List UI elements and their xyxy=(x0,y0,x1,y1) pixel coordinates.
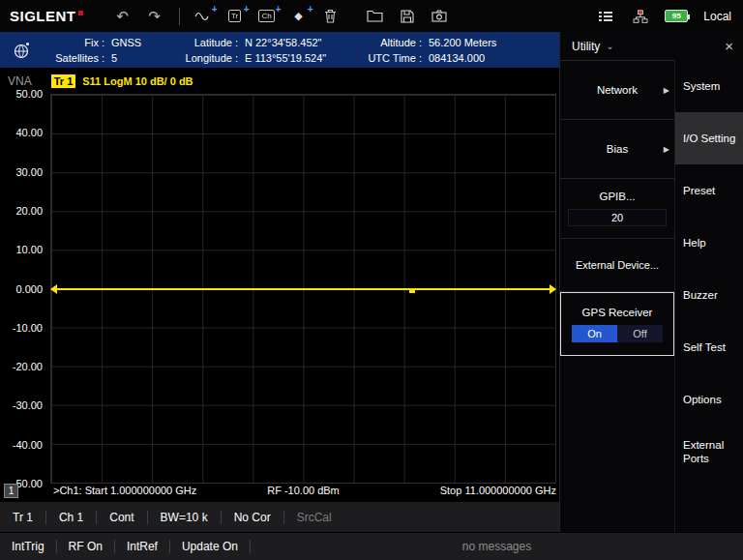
gps-latitude: Latitude : N 22°34'58.452" xyxy=(168,37,360,48)
y-axis-tick: 30.00 xyxy=(15,166,43,178)
sidebar-menu: System I/O Setting Preset Help Buzzer Se… xyxy=(674,60,743,532)
status-channel[interactable]: Ch 1 xyxy=(46,511,97,524)
toolbar-right-group: 95 Local xyxy=(580,6,743,27)
battery-indicator: 95 xyxy=(665,10,688,22)
sidebar-item-help[interactable]: Help xyxy=(675,217,743,269)
gps-fix: Fix : GNSS xyxy=(45,37,168,48)
new-trace-icon[interactable]: Tr + xyxy=(226,6,244,27)
sidebar-item-external-ports[interactable]: External Ports xyxy=(675,426,743,478)
menu-item-gpib[interactable]: GPIB... 20 xyxy=(560,179,674,239)
vna-screen: SIGLENT ↶ ↷ + Tr + Ch + ◆ + xyxy=(0,0,743,560)
menu-item-label: GPIB... xyxy=(599,191,635,202)
status-bandwidth[interactable]: BW=10 k xyxy=(148,511,222,524)
open-file-folder-icon[interactable] xyxy=(367,6,384,27)
gps-off-button[interactable]: Off xyxy=(617,325,663,342)
status-srccal[interactable]: SrcCal xyxy=(284,511,344,524)
sidebar-item-label: External Ports xyxy=(683,438,743,465)
sidebar-item-buzzer[interactable]: Buzzer xyxy=(675,269,743,321)
message-area: no messages xyxy=(251,540,743,553)
menu-item-label: Bias xyxy=(607,143,628,155)
menu-item-external-device[interactable]: External Device... xyxy=(560,239,674,292)
submenu-arrow-icon: ▶ xyxy=(664,86,669,95)
gps-utc-time: UTC Time : 084134.000 xyxy=(360,52,496,64)
gpib-address-field[interactable]: 20 xyxy=(568,209,667,226)
save-floppy-icon[interactable] xyxy=(399,6,416,27)
vna-mode-label: VNA xyxy=(8,74,32,88)
menu-list-icon[interactable] xyxy=(597,6,614,27)
submenu-arrow-icon: ▶ xyxy=(664,145,669,154)
battery-nub xyxy=(688,15,690,19)
sidebar-item-label: Help xyxy=(683,236,706,250)
gps-latitude-value: N 22°34'58.452" xyxy=(245,37,322,48)
menu-item-label: Network xyxy=(597,84,638,96)
sidebar-item-label: Preset xyxy=(683,184,715,197)
gps-fix-value: GNSS xyxy=(111,37,141,48)
local-mode-label[interactable]: Local xyxy=(703,10,731,23)
undo-icon[interactable]: ↶ xyxy=(114,6,132,27)
menu-item-gps-receiver[interactable]: GPS Receiver On Off xyxy=(560,292,674,356)
sidebar-item-options[interactable]: Options xyxy=(675,373,743,426)
channel-indicator[interactable]: 1 xyxy=(4,484,18,498)
gps-altitude: Altitude : 56.200 Meters xyxy=(360,37,496,48)
close-icon[interactable]: × xyxy=(725,38,733,54)
menu-item-label: GPS Receiver xyxy=(582,307,653,318)
plot-area xyxy=(50,94,556,484)
gps-globe-icon xyxy=(8,40,35,61)
status-update[interactable]: Update On xyxy=(170,540,251,553)
gps-info-bar: Fix : GNSS Latitude : N 22°34'58.452" Al… xyxy=(0,32,559,68)
y-axis-tick: 40.00 xyxy=(15,127,43,138)
toolbar-divider xyxy=(179,8,180,25)
right-panel: Utility ⌄ × Network ▶ Bias ▶ GPIB... 20 … xyxy=(559,32,743,532)
sidebar-item-system[interactable]: System xyxy=(675,60,743,112)
redo-icon[interactable]: ↷ xyxy=(146,6,163,27)
menu-item-bias[interactable]: Bias ▶ xyxy=(560,120,674,179)
status-trigger[interactable]: IntTrig xyxy=(0,540,57,553)
plus-glyph: + xyxy=(244,5,250,15)
gps-longitude: Longitude : E 113°55'19.524" xyxy=(168,52,360,64)
trace-marker-tick xyxy=(409,290,415,293)
sidebar-item-label: I/O Setting xyxy=(683,132,735,145)
start-frequency-label[interactable]: >Ch1: Start 1.000000000 GHz xyxy=(53,485,196,496)
sidebar-item-self-test[interactable]: Self Test xyxy=(675,321,743,373)
chevron-down-icon[interactable]: ⌄ xyxy=(606,41,613,51)
status-rf[interactable]: RF On xyxy=(57,540,115,553)
status-sweep-mode[interactable]: Cont xyxy=(97,511,147,524)
menu-item-label: External Device... xyxy=(576,259,659,271)
stop-frequency-label[interactable]: Stop 11.000000000 GHz xyxy=(440,485,556,496)
lan-network-icon[interactable] xyxy=(632,6,649,27)
add-trace-waveform-icon[interactable]: + xyxy=(194,6,212,27)
siglent-logo: SIGLENT xyxy=(10,8,83,24)
utility-menu: Network ▶ Bias ▶ GPIB... 20 External Dev… xyxy=(560,60,674,532)
plus-glyph: + xyxy=(212,5,218,15)
trace-format-label[interactable]: S11 LogM 10 dB/ 0 dB xyxy=(82,75,193,87)
gps-satellites: Satellites : 5 xyxy=(45,52,168,64)
screenshot-camera-icon[interactable] xyxy=(431,6,448,27)
y-axis-tick: 0.000 xyxy=(15,283,43,295)
status-trace[interactable]: Tr 1 xyxy=(0,511,46,524)
gps-data-grid: Fix : GNSS Latitude : N 22°34'58.452" Al… xyxy=(45,37,496,64)
menu-item-network[interactable]: Network ▶ xyxy=(560,61,674,120)
top-toolbar: SIGLENT ↶ ↷ + Tr + Ch + ◆ + xyxy=(0,0,743,32)
chart-header: VNA Tr 1 S11 LogM 10 dB/ 0 dB xyxy=(8,74,193,88)
status-correction[interactable]: No Cor xyxy=(222,511,284,524)
sidebar-item-io-setting[interactable]: I/O Setting xyxy=(675,112,743,164)
trace-end-arrow-icon xyxy=(550,284,556,294)
sidebar-item-preset[interactable]: Preset xyxy=(675,164,743,217)
add-marker-icon[interactable]: ◆ + xyxy=(290,6,308,27)
rf-power-label[interactable]: RF -10.00 dBm xyxy=(267,485,340,496)
measurement-chart: VNA Tr 1 S11 LogM 10 dB/ 0 dB 50.00 40.0… xyxy=(0,68,559,501)
status-reference[interactable]: IntRef xyxy=(115,540,170,553)
new-channel-icon[interactable]: Ch + xyxy=(258,6,276,27)
chart-footer: >Ch1: Start 1.000000000 GHz RF -10.00 dB… xyxy=(50,485,556,498)
utility-panel-title: Utility xyxy=(572,40,600,53)
sidebar-item-label: System xyxy=(683,79,720,93)
ch-box-glyph: Ch xyxy=(258,10,274,22)
gps-utc-value: 084134.000 xyxy=(429,52,485,64)
trace-line xyxy=(51,288,555,290)
gps-on-button[interactable]: On xyxy=(572,325,617,342)
y-axis-tick: 10.00 xyxy=(15,244,43,255)
trace-badge[interactable]: Tr 1 xyxy=(51,74,76,88)
sidebar-item-label: Options xyxy=(683,393,722,406)
delete-trash-icon[interactable] xyxy=(322,6,340,27)
y-axis-tick: -40.00 xyxy=(13,439,43,451)
